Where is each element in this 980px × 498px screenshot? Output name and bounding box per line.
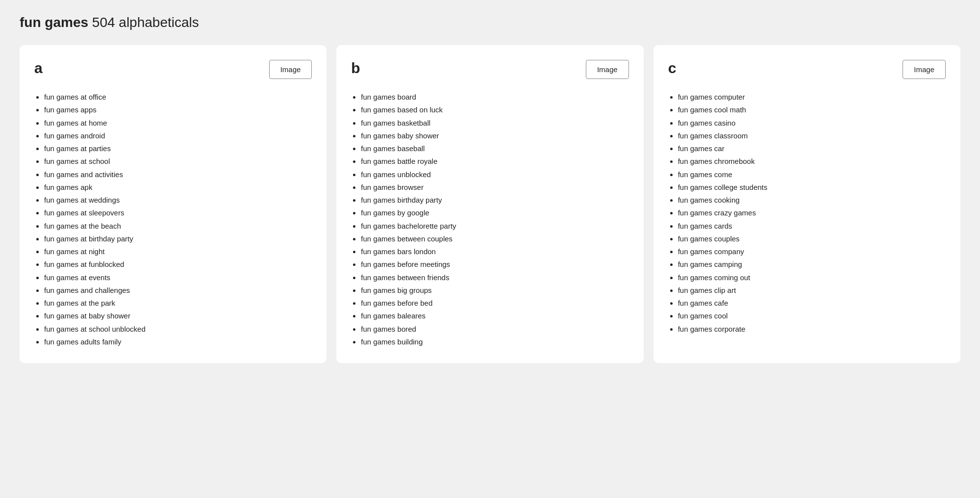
list-item[interactable]: fun games by google [361, 207, 628, 219]
list-item[interactable]: fun games baby shower [361, 130, 628, 142]
column-letter-a: a [34, 60, 43, 77]
column-header-b: bImage [351, 60, 628, 79]
list-item[interactable]: fun games computer [678, 91, 946, 104]
list-item[interactable]: fun games at parties [44, 142, 312, 155]
list-item[interactable]: fun games at birthday party [44, 233, 312, 245]
list-item[interactable]: fun games couples [678, 233, 946, 245]
list-item[interactable]: fun games between couples [361, 233, 628, 245]
list-item[interactable]: fun games bachelorette party [361, 220, 628, 233]
columns-wrapper: aImagefun games at officefun games appsf… [20, 45, 960, 363]
image-button-b[interactable]: Image [586, 60, 629, 79]
column-letter-c: c [668, 60, 677, 77]
list-item[interactable]: fun games at funblocked [44, 258, 312, 271]
column-letter-b: b [351, 60, 360, 77]
list-item[interactable]: fun games apps [44, 104, 312, 116]
page-title: fun games 504 alphabeticals [20, 15, 960, 30]
item-list-b: fun games boardfun games based on luckfu… [351, 91, 628, 348]
list-item[interactable]: fun games casino [678, 117, 946, 130]
list-item[interactable]: fun games browser [361, 181, 628, 194]
item-list-a: fun games at officefun games appsfun gam… [34, 91, 312, 348]
list-item[interactable]: fun games clip art [678, 284, 946, 297]
list-item[interactable]: fun games and activities [44, 168, 312, 181]
column-header-a: aImage [34, 60, 312, 79]
list-item[interactable]: fun games coming out [678, 271, 946, 284]
list-item[interactable]: fun games bars london [361, 245, 628, 258]
item-list-c: fun games computerfun games cool mathfun… [668, 91, 946, 336]
list-item[interactable]: fun games unblocked [361, 168, 628, 181]
list-item[interactable]: fun games before meetings [361, 258, 628, 271]
list-item[interactable]: fun games cool [678, 310, 946, 322]
column-header-c: cImage [668, 60, 946, 79]
list-item[interactable]: fun games at events [44, 271, 312, 284]
list-item[interactable]: fun games board [361, 91, 628, 104]
list-item[interactable]: fun games cooking [678, 194, 946, 207]
list-item[interactable]: fun games building [361, 336, 628, 348]
list-item[interactable]: fun games at weddings [44, 194, 312, 207]
list-item[interactable]: fun games before bed [361, 297, 628, 310]
list-item[interactable]: fun games birthday party [361, 194, 628, 207]
column-card-c: cImagefun games computerfun games cool m… [653, 45, 960, 363]
list-item[interactable]: fun games big groups [361, 284, 628, 297]
list-item[interactable]: fun games cool math [678, 104, 946, 116]
list-item[interactable]: fun games cards [678, 220, 946, 233]
list-item[interactable]: fun games apk [44, 181, 312, 194]
list-item[interactable]: fun games cafe [678, 297, 946, 310]
list-item[interactable]: fun games at night [44, 245, 312, 258]
list-item[interactable]: fun games baleares [361, 310, 628, 322]
list-item[interactable]: fun games crazy games [678, 207, 946, 219]
list-item[interactable]: fun games at the beach [44, 220, 312, 233]
list-item[interactable]: fun games come [678, 168, 946, 181]
list-item[interactable]: fun games android [44, 130, 312, 142]
list-item[interactable]: fun games based on luck [361, 104, 628, 116]
list-item[interactable]: fun games battle royale [361, 155, 628, 168]
list-item[interactable]: fun games basketball [361, 117, 628, 130]
list-item[interactable]: fun games at home [44, 117, 312, 130]
list-item[interactable]: fun games bored [361, 323, 628, 336]
image-button-a[interactable]: Image [269, 60, 312, 79]
column-card-b: bImagefun games boardfun games based on … [336, 45, 643, 363]
list-item[interactable]: fun games at office [44, 91, 312, 104]
list-item[interactable]: fun games at baby shower [44, 310, 312, 322]
column-card-a: aImagefun games at officefun games appsf… [20, 45, 327, 363]
list-item[interactable]: fun games adults family [44, 336, 312, 348]
list-item[interactable]: fun games car [678, 142, 946, 155]
list-item[interactable]: fun games classroom [678, 130, 946, 142]
list-item[interactable]: fun games at sleepovers [44, 207, 312, 219]
list-item[interactable]: fun games between friends [361, 271, 628, 284]
image-button-c[interactable]: Image [903, 60, 946, 79]
list-item[interactable]: fun games at school [44, 155, 312, 168]
list-item[interactable]: fun games college students [678, 181, 946, 194]
list-item[interactable]: fun games at the park [44, 297, 312, 310]
list-item[interactable]: fun games corporate [678, 323, 946, 336]
list-item[interactable]: fun games company [678, 245, 946, 258]
list-item[interactable]: fun games chromebook [678, 155, 946, 168]
list-item[interactable]: fun games at school unblocked [44, 323, 312, 336]
list-item[interactable]: fun games camping [678, 258, 946, 271]
list-item[interactable]: fun games baseball [361, 142, 628, 155]
list-item[interactable]: fun games and challenges [44, 284, 312, 297]
